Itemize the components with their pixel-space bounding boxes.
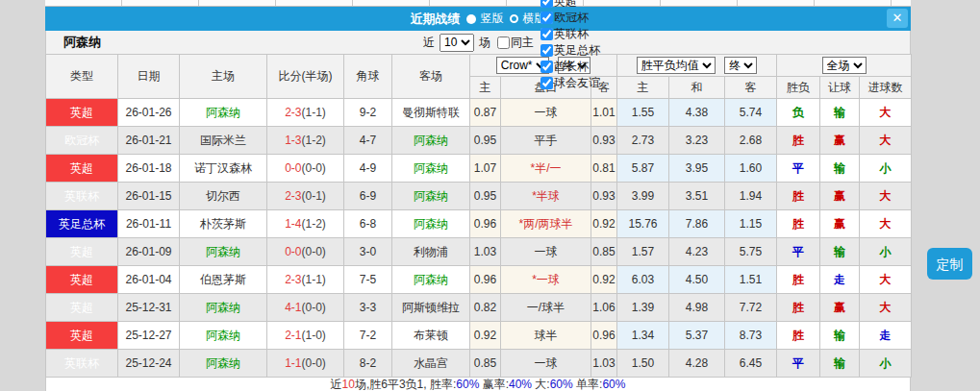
result-goals: 大 — [860, 127, 912, 155]
customize-button[interactable]: 定制 — [927, 248, 972, 280]
home-team: 伯恩茅斯 — [180, 266, 267, 294]
competition-filter-5[interactable]: 酋长杯 — [536, 59, 600, 75]
handicap-away-odds: 1.03 — [591, 350, 617, 378]
same-home-filter[interactable]: 同主 — [492, 35, 534, 51]
handicap-away-odds: 1.01 — [591, 99, 617, 127]
competition-checkbox[interactable] — [540, 77, 553, 89]
table-row: 英足总杯26-01-11朴茨茅斯1-4(1-2)6-8阿森纳0.96*两/两球半… — [46, 210, 912, 238]
type-badge: 英联杯 — [46, 350, 118, 378]
handicap-home-odds: 1.07 — [470, 155, 501, 183]
col-header-home: 主场 — [180, 55, 267, 99]
competition-filter-3[interactable]: 英联杯 — [536, 26, 600, 42]
result-wdl: 胜 — [777, 183, 820, 210]
away-team: 布莱顿 — [392, 322, 470, 350]
competition-label: 英联杯 — [554, 26, 589, 42]
away-team: 水晶宫 — [392, 350, 470, 378]
handicap-away-odds: 0.81 — [591, 155, 617, 183]
recent-count-select[interactable]: 10 — [440, 34, 474, 52]
avg-win-odds: 1.39 — [617, 294, 669, 322]
competition-filter-4[interactable]: 英足总杯 — [536, 42, 600, 59]
recent-matches-table: 类型 日期 主场 比分(半场) 角球 客场 Crow* 终 胜平负均值 终 全场… — [45, 54, 912, 378]
full-score: 2-3 — [285, 189, 301, 203]
competition-checkbox[interactable] — [540, 12, 553, 24]
summary-segment: 场,胜6平3负1, 胜率: — [355, 378, 456, 391]
handicap-home-odds: 0.96 — [470, 210, 501, 238]
result-wdl: 平 — [777, 238, 820, 266]
summary-segment: 近 — [331, 378, 342, 391]
away-team: 曼彻斯特联 — [392, 99, 470, 127]
result-handicap: 走 — [820, 266, 860, 294]
type-badge: 英联杯 — [46, 183, 118, 210]
avg-win-odds: 1.57 — [617, 238, 669, 266]
half-score: (1-2) — [302, 217, 326, 231]
competition-checkbox[interactable] — [540, 61, 553, 73]
full-score: 1-3 — [285, 134, 301, 147]
avg-lose-odds: 1.60 — [725, 155, 777, 183]
competition-filter-2[interactable]: 欧冠杯 — [536, 10, 600, 26]
table-row: 欧冠杯26-01-21国际米兰1-3(1-2)4-7阿森纳0.95平手0.932… — [46, 127, 912, 155]
result-goals: 大 — [860, 294, 912, 322]
competition-checkbox[interactable] — [540, 28, 553, 40]
handicap-line: 一球 — [501, 99, 591, 127]
avg-lose-odds: 6.45 — [725, 350, 777, 378]
team-name: 阿森纳 — [63, 34, 101, 51]
handicap-line: 一/球半 — [501, 294, 591, 322]
competition-label: 欧冠杯 — [554, 10, 589, 26]
result-wdl: 平 — [777, 155, 820, 183]
home-team: 阿森纳 — [180, 238, 267, 266]
same-home-label: 同主 — [511, 35, 534, 51]
avg-draw-odds: 4.28 — [669, 350, 725, 378]
result-goals: 大 — [860, 210, 912, 238]
away-team: 阿森纳 — [392, 210, 470, 238]
competition-filter-1[interactable]: 英超 — [536, 0, 600, 10]
result-handicap: 赢 — [820, 127, 860, 155]
match-date: 26-01-21 — [118, 127, 180, 155]
handicap-home-odds: 0.87 — [470, 99, 501, 127]
competition-label: 英超 — [554, 0, 577, 10]
same-home-checkbox[interactable] — [497, 37, 510, 49]
close-icon[interactable]: ✕ — [887, 9, 908, 28]
summary-footer: 近10场,胜6平3负1, 胜率:60% 赢率:40% 大:60% 单率:60% — [45, 378, 911, 391]
table-row: 英超25-12-31阿森纳4-1(0-0)3-3阿斯顿维拉0.82一/球半1.0… — [46, 294, 912, 322]
wdl-avg-select[interactable]: 胜平负均值 — [637, 57, 716, 74]
half-score: (1-0) — [302, 329, 326, 342]
table-body: 英超26-01-26阿森纳2-3(1-1)9-2曼彻斯特联0.87一球1.011… — [46, 99, 912, 378]
home-team: 阿森纳 — [180, 350, 267, 378]
competition-filters: 英超欧冠杯英联杯英足总杯酋长杯球会友谊 — [536, 0, 600, 91]
result-wdl: 胜 — [777, 294, 820, 322]
result-handicap: 输 — [820, 322, 860, 350]
avg-draw-odds: 3.51 — [669, 183, 725, 210]
handicap-home-odds: 0.92 — [470, 322, 501, 350]
competition-filter-6[interactable]: 球会友谊 — [536, 75, 600, 91]
result-wdl: 胜 — [777, 210, 820, 238]
avg-lose-odds: 2.68 — [725, 127, 777, 155]
full-score: 1-4 — [285, 217, 301, 231]
result-wdl: 胜 — [777, 127, 820, 155]
competition-checkbox[interactable] — [540, 0, 553, 8]
home-team: 国际米兰 — [180, 127, 267, 155]
handicap-home-odds: 1.03 — [470, 238, 501, 266]
avg-draw-odds: 4.23 — [669, 238, 725, 266]
type-badge: 英超 — [46, 322, 118, 350]
result-goals: 小 — [860, 155, 912, 183]
summary-segment: 单率: — [573, 378, 603, 391]
avg-win-odds: 6.03 — [617, 266, 669, 294]
col-header-date: 日期 — [118, 55, 180, 99]
away-team: 利物浦 — [392, 238, 470, 266]
avg-draw-odds: 4.38 — [669, 99, 725, 127]
avg-draw-odds: 3.95 — [669, 155, 725, 183]
summary-text: 近10场,胜6平3负1, 胜率:60% 赢率:40% 大:60% 单率:60% — [331, 377, 626, 391]
competition-checkbox[interactable] — [540, 44, 553, 57]
handicap-home-odds: 0.82 — [470, 294, 501, 322]
wdl-avg-group-header: 胜平负均值 终 — [617, 55, 777, 77]
avg-win-odds: 2.73 — [617, 127, 669, 155]
result-handicap: 输 — [820, 350, 860, 378]
avg-draw-odds: 4.98 — [669, 294, 725, 322]
full-score: 4-1 — [285, 301, 301, 314]
handicap-away-odds: 0.92 — [591, 210, 617, 238]
table-row: 英联杯26-01-15切尔西2-3(0-1)6-9阿森纳0.95*半球0.933… — [46, 183, 912, 210]
full-match-select[interactable]: 全场 — [822, 57, 867, 74]
score-cell: 1-4(1-2) — [267, 210, 344, 238]
wdl-final-select[interactable]: 终 — [724, 57, 757, 74]
handicap-line: 球半 — [501, 322, 591, 350]
